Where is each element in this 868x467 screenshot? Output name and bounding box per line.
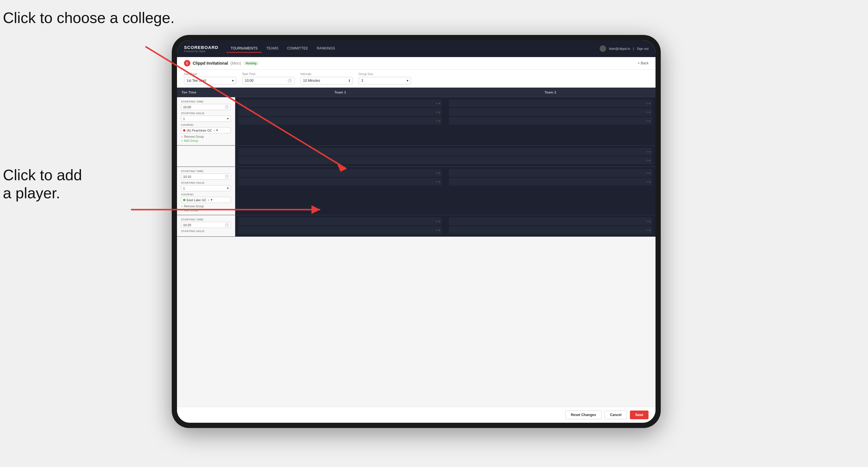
pc-3-2[interactable]: ▾ xyxy=(439,228,440,232)
starting-hole-input-1[interactable]: 1 ▾ xyxy=(181,116,231,122)
group-1-team1-players: × ▾ × ▾ × ▾ xyxy=(235,97,445,145)
add-group-1[interactable]: + Add Group xyxy=(181,139,231,143)
player-chevron-1-5[interactable]: ▾ xyxy=(649,111,650,114)
player-x-1-6[interactable]: × xyxy=(646,119,648,123)
pc-2-3[interactable]: ▾ xyxy=(649,172,650,175)
sign-out-link[interactable]: Sign out xyxy=(637,47,649,50)
pc-e1[interactable]: ▾ xyxy=(649,150,650,153)
player-slot-3-3[interactable]: × ▾ xyxy=(449,217,652,225)
group-2-left: STARTING TIME: 10:10 🕐 STARTING HOLE: 1 … xyxy=(177,167,235,215)
intervals-select[interactable]: 10 Minutes ℹ xyxy=(300,77,353,85)
back-button[interactable]: < Back xyxy=(638,61,649,65)
group-size-select[interactable]: 3 ▾ xyxy=(359,77,411,85)
starting-hole-input-2[interactable]: 1 ▾ xyxy=(181,185,231,191)
player-slot-1-1[interactable]: × ▾ xyxy=(239,100,442,107)
start-type-select[interactable]: 1st Tee Start ▾ xyxy=(184,77,236,85)
course-remove-1[interactable]: × xyxy=(213,129,215,132)
player-x-1-1[interactable]: × xyxy=(436,102,437,105)
start-type-value: 1st Tee Start xyxy=(187,79,206,83)
add-group-2[interactable]: + Add Group xyxy=(181,209,231,212)
nav-tournaments[interactable]: TOURNAMENTS xyxy=(226,44,261,53)
table-header: Tee Time Team 1 Team 2 xyxy=(177,88,655,97)
tournament-title: C Clippd Invitational (Men) Hosting xyxy=(184,60,259,66)
pc-3-4[interactable]: ▾ xyxy=(649,228,650,232)
divider: | xyxy=(633,47,634,50)
px-2-4[interactable]: × xyxy=(646,180,648,183)
course-tag-1[interactable]: (A) Peachtree GC × ▾ xyxy=(181,127,231,133)
remove-group-2[interactable]: ○ Remove Group xyxy=(181,205,231,208)
px-3-1[interactable]: × xyxy=(436,220,437,223)
nav-committee[interactable]: COMMITTEE xyxy=(283,44,312,53)
nav-rankings[interactable]: RANKINGS xyxy=(313,44,339,53)
remove-icon-2: ○ xyxy=(181,205,183,208)
player-slot-extra-2[interactable]: × ▾ xyxy=(239,157,652,164)
pc-2-4[interactable]: ▾ xyxy=(649,180,650,183)
px-3-2[interactable]: × xyxy=(436,228,437,232)
annotation-add-player: Click to adda player. xyxy=(3,166,82,203)
starting-time-input-3[interactable]: 10:20 🕐 xyxy=(181,222,231,228)
player-slot-2-3[interactable]: × ▾ xyxy=(449,169,652,177)
player-x-1-2[interactable]: × xyxy=(436,111,437,114)
group-2-team2-players: × ▾ × ▾ xyxy=(445,167,655,215)
start-time-group: Start Time 10:00 🕐 xyxy=(242,72,294,85)
tablet-device: SCOREBOARD Powered by clippd TOURNAMENTS… xyxy=(172,35,661,428)
pc-3-3[interactable]: ▾ xyxy=(649,220,650,223)
nav-teams[interactable]: TEAMS xyxy=(262,44,282,53)
player-slot-3-4[interactable]: × ▾ xyxy=(449,226,652,234)
starting-time-input-2[interactable]: 10:10 🕐 xyxy=(181,174,231,180)
pc-2-1[interactable]: ▾ xyxy=(439,172,440,175)
player-x-1-3[interactable]: × xyxy=(436,119,437,123)
group-size-group: Group Size 3 ▾ xyxy=(359,72,411,85)
player-x-1-5[interactable]: × xyxy=(646,111,648,114)
player-x-1-4[interactable]: × xyxy=(646,102,648,105)
player-slot-1-6[interactable]: × ▾ xyxy=(449,117,652,125)
course-remove-2[interactable]: × xyxy=(208,198,209,202)
player-slot-2-2[interactable]: × ▾ xyxy=(239,178,442,185)
course-chevron-2: ▾ xyxy=(211,198,213,202)
player-chevron-1-3[interactable]: ▾ xyxy=(439,119,440,123)
pc-3-1[interactable]: ▾ xyxy=(439,220,440,223)
px-e2[interactable]: × xyxy=(646,159,648,162)
clippd-logo: C xyxy=(184,60,190,66)
px-2-3[interactable]: × xyxy=(646,172,648,175)
course-tag-2[interactable]: East Lake GC × ▾ xyxy=(181,197,231,203)
course-label-1: COURSE: xyxy=(181,123,231,126)
player-slot-1-4[interactable]: × ▾ xyxy=(449,100,652,107)
player-chevron-1-1[interactable]: ▾ xyxy=(439,102,440,105)
player-slot-2-4[interactable]: × ▾ xyxy=(449,178,652,185)
player-slot-1-5[interactable]: × ▾ xyxy=(449,108,652,116)
starting-time-label-2: STARTING TIME: xyxy=(181,170,231,173)
save-button[interactable]: Save xyxy=(630,410,649,419)
tournament-name: Clippd Invitational xyxy=(193,61,228,65)
group-1-actions: ○ Remove Group + Add Group xyxy=(181,135,231,143)
starting-time-input-1[interactable]: 10:00 🕐 xyxy=(181,104,231,110)
player-slot-3-1[interactable]: × ▾ xyxy=(239,217,442,225)
chevron-1: ▾ xyxy=(227,117,229,121)
starting-hole-value-1: 1 xyxy=(183,117,185,121)
course-chevron-1: ▾ xyxy=(216,128,218,132)
reset-button[interactable]: Reset Changes xyxy=(565,410,602,419)
player-slot-extra-1[interactable]: × ▾ xyxy=(239,148,652,155)
px-3-4[interactable]: × xyxy=(646,228,648,232)
group-2-team1-players: × ▾ × ▾ xyxy=(235,167,445,215)
player-slot-1-2[interactable]: × ▾ xyxy=(239,108,442,116)
player-slot-3-2[interactable]: × ▾ xyxy=(239,226,442,234)
px-2-1[interactable]: × xyxy=(436,172,437,175)
course-value-2: East Lake GC xyxy=(187,198,206,202)
logo-area: SCOREBOARD Powered by clippd xyxy=(184,45,218,53)
cancel-button[interactable]: Cancel xyxy=(604,410,627,419)
player-chevron-1-2[interactable]: ▾ xyxy=(439,111,440,114)
start-time-select[interactable]: 10:00 🕐 xyxy=(242,77,294,85)
pc-e2[interactable]: ▾ xyxy=(649,159,650,162)
player-slot-1-3[interactable]: × ▾ xyxy=(239,117,442,125)
course-value-1: (A) Peachtree GC xyxy=(187,129,212,132)
px-e1[interactable]: × xyxy=(646,150,648,153)
player-slot-2-1[interactable]: × ▾ xyxy=(239,169,442,177)
px-3-3[interactable]: × xyxy=(646,220,648,223)
player-chevron-1-6[interactable]: ▾ xyxy=(649,119,650,123)
px-2-2[interactable]: × xyxy=(436,180,437,183)
clock-icon: 🕐 xyxy=(287,79,292,83)
pc-2-2[interactable]: ▾ xyxy=(439,180,440,183)
player-chevron-1-4[interactable]: ▾ xyxy=(649,102,650,105)
remove-group-1[interactable]: ○ Remove Group xyxy=(181,135,231,138)
